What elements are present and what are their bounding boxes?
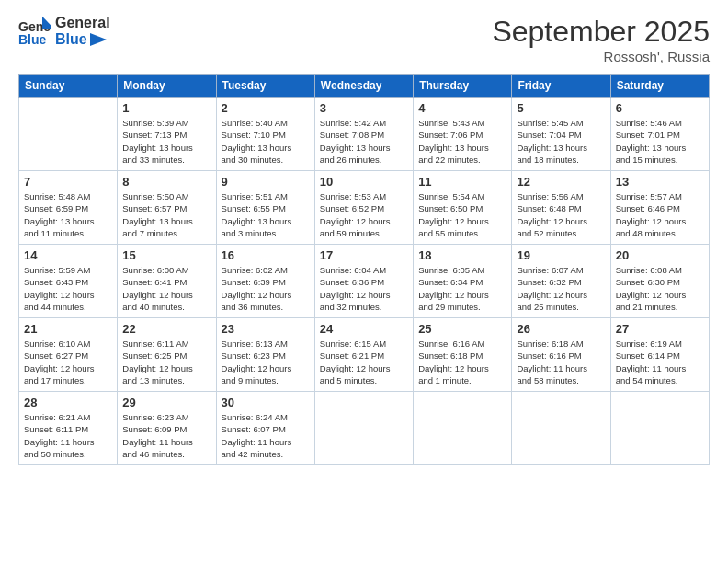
day-info: Sunrise: 6:13 AMSunset: 6:23 PMDaylight:…	[222, 338, 310, 386]
day-info-line: Daylight: 13 hours	[517, 143, 587, 153]
day-info-line: Sunrise: 6:08 AM	[616, 265, 682, 275]
header: General Blue General Blue September 2025…	[18, 15, 710, 64]
day-number: 9	[222, 175, 310, 189]
day-info-line: and 46 minutes.	[122, 449, 185, 459]
day-number: 12	[517, 175, 605, 189]
logo: General Blue General Blue	[18, 15, 110, 48]
day-info-line: Sunrise: 5:54 AM	[418, 191, 484, 201]
day-info-line: Sunset: 6:50 PM	[418, 203, 483, 213]
day-info-line: and 58 minutes.	[517, 375, 579, 385]
day-info: Sunrise: 6:05 AMSunset: 6:34 PMDaylight:…	[418, 264, 506, 313]
day-info-line: and 55 minutes.	[418, 228, 481, 238]
day-number: 23	[222, 322, 310, 336]
day-info-line: Sunset: 7:08 PM	[320, 130, 384, 140]
day-info-line: Sunset: 7:06 PM	[418, 130, 483, 140]
day-info: Sunrise: 5:54 AMSunset: 6:50 PMDaylight:…	[418, 190, 506, 239]
location: Rossosh', Russia	[492, 49, 710, 64]
day-number: 17	[320, 248, 408, 262]
day-info-line: Sunrise: 6:18 AM	[517, 339, 583, 349]
weekday-header-saturday: Saturday	[610, 75, 709, 98]
day-info-line: Sunset: 7:01 PM	[616, 130, 680, 140]
day-info-line: and 42 minutes.	[222, 449, 284, 459]
day-info-line: Sunset: 6:57 PM	[122, 203, 187, 213]
day-info-line: Daylight: 13 hours	[418, 143, 489, 153]
day-info-line: and 3 minutes.	[222, 228, 279, 238]
day-info-line: Sunrise: 5:40 AM	[222, 118, 288, 128]
day-number: 28	[24, 396, 112, 409]
day-info-line: Sunrise: 5:57 AM	[616, 191, 682, 201]
logo-general: General	[55, 15, 110, 31]
day-info-line: Sunset: 6:39 PM	[222, 277, 286, 287]
day-info-line: Sunrise: 6:11 AM	[122, 339, 188, 349]
svg-text:Blue: Blue	[18, 32, 47, 47]
day-info-line: Daylight: 12 hours	[517, 216, 587, 226]
day-info-line: Sunrise: 6:23 AM	[122, 412, 188, 422]
weekday-header-wednesday: Wednesday	[314, 75, 413, 98]
day-info-line: Daylight: 13 hours	[222, 143, 292, 153]
calendar-cell: 24Sunrise: 6:15 AMSunset: 6:21 PMDayligh…	[314, 318, 413, 392]
logo-blue: Blue	[55, 31, 110, 48]
day-info-line: Sunrise: 5:42 AM	[320, 118, 386, 128]
day-info: Sunrise: 6:02 AMSunset: 6:39 PMDaylight:…	[222, 264, 310, 313]
day-number: 20	[616, 248, 704, 262]
day-info-line: Daylight: 13 hours	[616, 143, 687, 153]
day-info: Sunrise: 5:51 AMSunset: 6:55 PMDaylight:…	[222, 190, 310, 239]
day-info-line: Daylight: 12 hours	[418, 363, 489, 373]
day-info: Sunrise: 6:04 AMSunset: 6:36 PMDaylight:…	[320, 264, 408, 313]
day-number: 11	[418, 175, 506, 189]
day-info-line: Sunrise: 6:15 AM	[320, 339, 386, 349]
svg-marker-3	[90, 33, 107, 46]
day-info: Sunrise: 5:39 AMSunset: 7:13 PMDaylight:…	[122, 117, 210, 166]
day-info-line: Daylight: 11 hours	[517, 363, 587, 373]
day-info-line: and 50 minutes.	[24, 449, 86, 459]
day-info-line: Sunset: 6:14 PM	[616, 350, 680, 361]
day-info-line: Sunset: 6:41 PM	[122, 277, 187, 287]
logo-arrow-icon	[90, 33, 107, 46]
day-info-line: Sunrise: 6:07 AM	[517, 265, 583, 275]
day-info-line: and 1 minute.	[418, 375, 472, 385]
calendar-cell: 18Sunrise: 6:05 AMSunset: 6:34 PMDayligh…	[414, 245, 512, 318]
day-info-line: Daylight: 12 hours	[222, 363, 292, 373]
day-info-line: Sunrise: 6:16 AM	[418, 339, 484, 349]
calendar-cell: 29Sunrise: 6:23 AMSunset: 6:09 PMDayligh…	[118, 392, 216, 465]
day-info-line: Sunrise: 5:46 AM	[616, 118, 682, 128]
day-number: 27	[616, 322, 704, 336]
calendar-cell: 7Sunrise: 5:48 AMSunset: 6:59 PMDaylight…	[19, 171, 118, 245]
day-info: Sunrise: 6:10 AMSunset: 6:27 PMDaylight:…	[24, 338, 112, 386]
day-info: Sunrise: 5:45 AMSunset: 7:04 PMDaylight:…	[517, 117, 605, 166]
calendar-cell: 6Sunrise: 5:46 AMSunset: 7:01 PMDaylight…	[610, 98, 709, 171]
day-number: 4	[418, 101, 506, 115]
day-info-line: Sunset: 6:11 PM	[24, 424, 88, 434]
calendar-cell: 9Sunrise: 5:51 AMSunset: 6:55 PMDaylight…	[216, 171, 314, 245]
day-info-line: Daylight: 12 hours	[616, 290, 687, 300]
calendar-cell	[610, 392, 709, 465]
day-info: Sunrise: 5:56 AMSunset: 6:48 PMDaylight:…	[517, 190, 605, 239]
calendar-cell	[314, 392, 413, 465]
day-info-line: Sunrise: 6:10 AM	[24, 339, 90, 349]
calendar-cell: 10Sunrise: 5:53 AMSunset: 6:52 PMDayligh…	[314, 171, 413, 245]
calendar-cell: 11Sunrise: 5:54 AMSunset: 6:50 PMDayligh…	[414, 171, 512, 245]
day-info-line: Sunset: 6:55 PM	[222, 203, 286, 213]
day-info-line: Sunrise: 6:21 AM	[24, 412, 90, 422]
day-info-line: Sunset: 6:43 PM	[24, 277, 88, 287]
day-info-line: and 40 minutes.	[122, 302, 185, 312]
day-info-line: and 48 minutes.	[616, 228, 678, 238]
day-info-line: and 26 minutes.	[320, 155, 382, 165]
day-info-line: and 44 minutes.	[24, 302, 86, 312]
day-info: Sunrise: 6:19 AMSunset: 6:14 PMDaylight:…	[616, 338, 704, 386]
day-info-line: Sunrise: 6:02 AM	[222, 265, 288, 275]
day-number: 7	[24, 175, 112, 189]
logo-icon: General Blue	[18, 15, 51, 48]
day-info-line: Daylight: 13 hours	[24, 216, 95, 226]
day-info-line: Sunset: 7:04 PM	[517, 130, 581, 140]
calendar-cell: 21Sunrise: 6:10 AMSunset: 6:27 PMDayligh…	[19, 318, 118, 392]
day-info-line: Daylight: 12 hours	[320, 216, 391, 226]
day-number: 6	[616, 101, 704, 115]
day-info-line: Sunset: 6:25 PM	[122, 350, 187, 361]
day-info-line: Sunrise: 5:53 AM	[320, 191, 386, 201]
day-info: Sunrise: 5:50 AMSunset: 6:57 PMDaylight:…	[122, 190, 210, 239]
calendar-cell: 23Sunrise: 6:13 AMSunset: 6:23 PMDayligh…	[216, 318, 314, 392]
weekday-header-monday: Monday	[118, 75, 216, 98]
day-number: 30	[222, 396, 310, 409]
day-number: 22	[122, 322, 210, 336]
